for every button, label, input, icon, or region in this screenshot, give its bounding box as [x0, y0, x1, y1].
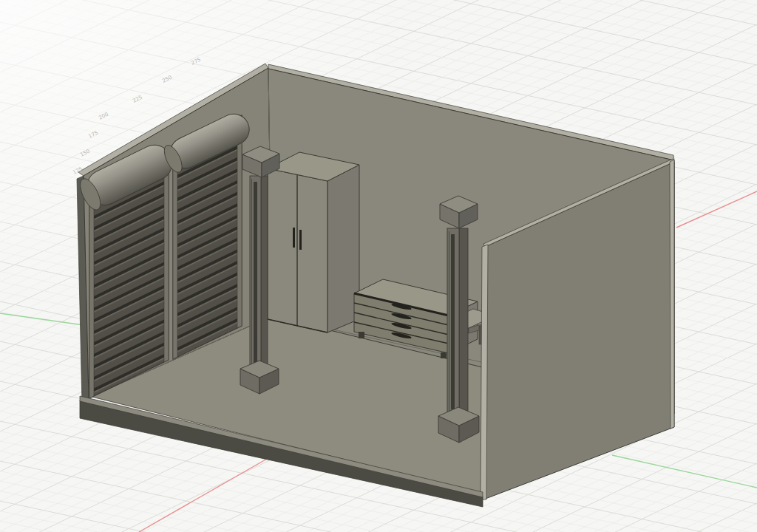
roller-shutter-left[interactable]: [76, 140, 178, 398]
3d-viewport[interactable]: 275 250 225 200 175 150 125: [0, 0, 757, 532]
wardrobe[interactable]: [268, 152, 359, 332]
shutter-rail: [237, 115, 242, 328]
roller-shutter-right[interactable]: [160, 109, 254, 359]
wall-right-front-edge: [481, 245, 488, 499]
3d-viewport-canvas[interactable]: 275 250 225 200 175 150 125: [0, 0, 757, 532]
wardrobe-handle-right[interactable]: [299, 230, 302, 250]
wall-right-back-edge: [670, 160, 674, 429]
shutter-rail: [89, 189, 94, 398]
dresser-foot: [441, 352, 447, 358]
shutter-rail: [173, 148, 177, 359]
wardrobe-handle-left[interactable]: [293, 228, 295, 248]
dresser-foot: [359, 332, 364, 338]
shutter-rail: [164, 152, 169, 362]
